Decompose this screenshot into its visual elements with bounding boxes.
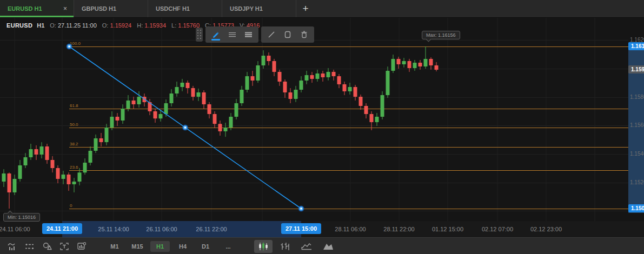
trend-line-tool-button[interactable]: [264, 28, 278, 41]
candle: [72, 182, 76, 184]
candle: [262, 56, 265, 65]
timeframe-button-h1[interactable]: H1: [150, 241, 170, 252]
tab-eurusd-h1[interactable]: EURUSD H1×: [0, 0, 74, 17]
candle: [435, 65, 439, 70]
candle: [310, 75, 314, 79]
ohlc-field-value: 1.15924: [108, 22, 131, 29]
candle: [413, 63, 417, 68]
candle: [99, 138, 103, 142]
chart-type-candles-button[interactable]: [254, 240, 273, 253]
timeframe-button-more[interactable]: ...: [218, 241, 238, 252]
time-field-label: O:: [50, 22, 56, 29]
candle: [105, 128, 109, 142]
candle: [245, 76, 249, 90]
candle: [181, 83, 184, 87]
candle: [51, 160, 55, 168]
clone-icon: [284, 31, 291, 38]
tab-label: USDJPY H1: [230, 5, 263, 12]
candle: [224, 128, 228, 131]
line-thickness-button[interactable]: [225, 28, 239, 41]
chart-type-line-button[interactable]: [297, 240, 316, 253]
indicators-icon: [8, 242, 17, 251]
candle: [424, 59, 428, 66]
timeframe-button-m1[interactable]: M1: [105, 241, 124, 252]
candle: [127, 101, 130, 109]
text-tool-button[interactable]: [57, 240, 71, 253]
candle: [89, 151, 92, 163]
time-axis-label: 28.11 22:00: [383, 226, 414, 232]
area-chart-icon: [323, 242, 334, 250]
objects-icon: [25, 243, 35, 250]
candle: [186, 83, 190, 88]
candle: [251, 76, 255, 81]
candle: [316, 73, 320, 79]
candle: [391, 59, 395, 71]
time-axis-label: 25.11 14:00: [98, 226, 129, 232]
time-axis[interactable]: 24.11 06:0025.11 14:0026.11 06:0026.11 2…: [0, 221, 644, 237]
candle: [218, 124, 222, 131]
candle: [83, 163, 87, 172]
candle: [235, 103, 238, 117]
candle: [137, 97, 141, 104]
candle: [300, 81, 303, 90]
price-axis[interactable]: 1.16201.15801.15601.15401.15201.161561.1…: [628, 18, 644, 221]
add-tab-button[interactable]: +: [296, 0, 315, 17]
candlestick-plot[interactable]: 100.061.850.038.223.60: [0, 18, 628, 221]
candle: [348, 87, 352, 91]
candle: [289, 92, 293, 99]
ohlc-field-label: H:: [137, 22, 143, 29]
shapes-button[interactable]: [40, 240, 54, 253]
tab-usdjpy-h1[interactable]: USDJPY H1: [222, 0, 296, 17]
timeframe-button-h4[interactable]: H4: [173, 241, 192, 252]
candle: [8, 173, 11, 192]
candle: [164, 103, 168, 114]
fib-time-badge: 24.11 21:00: [42, 223, 82, 234]
chart-type-area-button[interactable]: [319, 240, 337, 253]
fib-price-badge: 1.16156: [628, 42, 644, 50]
chart-type-bars-button[interactable]: [276, 240, 294, 253]
toolbar-drag-handle[interactable]: [196, 28, 203, 42]
text-tool-icon: [60, 243, 69, 250]
chart-settings-icon: [77, 242, 86, 250]
time-axis-label: 26.11 06:00: [146, 226, 177, 232]
candle-time-value: 27.11.25 11:00: [58, 22, 97, 29]
candle: [154, 111, 157, 118]
delete-object-button[interactable]: [297, 28, 311, 41]
time-axis-label: 02.12 23:00: [530, 226, 562, 232]
tab-label: USDCHF H1: [156, 5, 190, 12]
candle: [62, 175, 65, 179]
tab-usdchf-h1[interactable]: USDCHF H1: [148, 0, 222, 17]
trend-line-mid-handle: [184, 126, 187, 129]
timeframe-button-m15[interactable]: M15: [128, 241, 147, 252]
pencil-color-button[interactable]: [209, 28, 223, 41]
candle: [294, 90, 298, 99]
price-axis-label: 1.1540: [630, 151, 644, 157]
timeframe-button-d1[interactable]: D1: [196, 241, 215, 252]
candle: [78, 172, 82, 182]
candle: [283, 82, 287, 92]
candle: [364, 106, 368, 114]
line-style-button[interactable]: [241, 28, 255, 41]
candle: [2, 173, 6, 182]
candle: [94, 138, 98, 151]
candle: [116, 117, 119, 121]
objects-button[interactable]: [23, 240, 37, 253]
trend-line-start-handle: [68, 45, 70, 48]
clone-object-button[interactable]: [281, 28, 295, 41]
ohlc-field-label: L:: [171, 22, 176, 29]
fib-price-badge: 1.15016: [628, 204, 644, 212]
candle: [29, 149, 33, 157]
time-axis-label: 02.12 07:00: [482, 226, 513, 232]
candle: [18, 165, 22, 179]
chart-settings-button[interactable]: [75, 240, 89, 253]
candle: [132, 101, 136, 104]
candle: [197, 92, 201, 97]
indicators-button[interactable]: [5, 240, 19, 253]
chart-area[interactable]: 100.061.850.038.223.60 EURUSDH1O: 27.11.…: [0, 18, 644, 221]
close-tab-icon[interactable]: ×: [62, 5, 68, 12]
trend-line-icon: [268, 31, 275, 38]
tab-gbpusd-h1[interactable]: GBPUSD H1: [74, 0, 148, 17]
candle: [381, 95, 384, 117]
fib-level-label: 0: [70, 203, 72, 208]
candle: [359, 97, 363, 106]
